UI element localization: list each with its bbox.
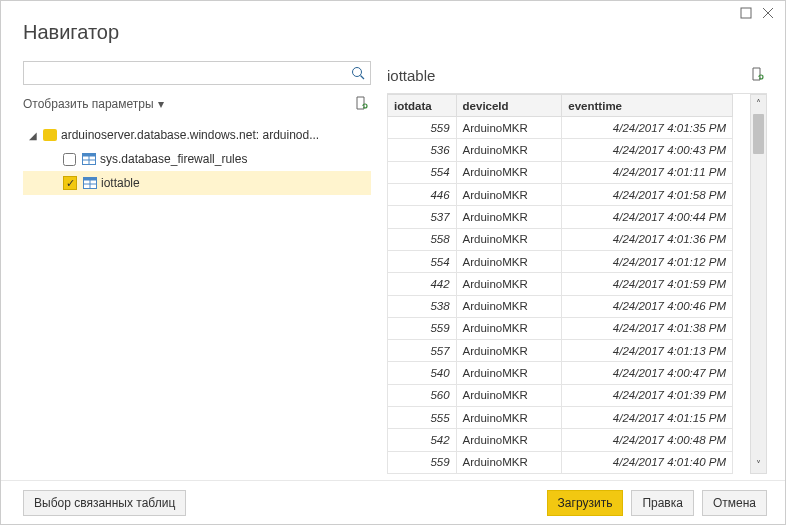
cell-eventtime: 4/24/2017 4:01:36 PM <box>562 228 733 250</box>
cell-deviceid: ArduinoMKR <box>456 161 562 183</box>
table-row[interactable]: 560ArduinoMKR4/24/2017 4:01:39 PM <box>388 384 733 406</box>
cell-deviceid: ArduinoMKR <box>456 228 562 250</box>
scroll-up-icon[interactable]: ˄ <box>751 95 766 112</box>
navigator-window: Навигатор Отобразить параметры ▾ ◢ <box>0 0 786 525</box>
cell-eventtime: 4/24/2017 4:01:11 PM <box>562 161 733 183</box>
cell-eventtime: 4/24/2017 4:00:48 PM <box>562 429 733 451</box>
table-row[interactable]: 540ArduinoMKR4/24/2017 4:00:47 PM <box>388 362 733 384</box>
select-related-button[interactable]: Выбор связанных таблиц <box>23 490 186 516</box>
cell-deviceid: ArduinoMKR <box>456 340 562 362</box>
cell-eventtime: 4/24/2017 4:01:39 PM <box>562 384 733 406</box>
scrollbar-track[interactable] <box>751 112 766 456</box>
cell-deviceid: ArduinoMKR <box>456 384 562 406</box>
table-row[interactable]: 557ArduinoMKR4/24/2017 4:01:13 PM <box>388 340 733 362</box>
checkbox-iottable[interactable]: ✓ <box>63 176 77 190</box>
cell-deviceid: ArduinoMKR <box>456 117 562 139</box>
main-area: Отобразить параметры ▾ ◢ arduinoserver.d… <box>1 55 785 480</box>
titlebar <box>1 1 785 21</box>
col-header[interactable]: eventtime <box>562 95 733 117</box>
tree-node-firewall[interactable]: sys.database_firewall_rules <box>23 147 371 171</box>
table-icon <box>83 177 97 189</box>
table-row[interactable]: 554ArduinoMKR4/24/2017 4:01:11 PM <box>388 161 733 183</box>
preview-title: iottable <box>387 67 435 84</box>
chevron-down-icon: ▾ <box>158 97 164 111</box>
table-row[interactable]: 555ArduinoMKR4/24/2017 4:01:15 PM <box>388 407 733 429</box>
cell-iotdata: 446 <box>388 183 457 205</box>
cell-iotdata: 559 <box>388 117 457 139</box>
table-row[interactable]: 558ArduinoMKR4/24/2017 4:01:36 PM <box>388 228 733 250</box>
search-input[interactable] <box>24 64 346 82</box>
cell-eventtime: 4/24/2017 4:00:47 PM <box>562 362 733 384</box>
display-options[interactable]: Отобразить параметры ▾ <box>23 93 371 115</box>
table-row[interactable]: 537ArduinoMKR4/24/2017 4:00:44 PM <box>388 206 733 228</box>
cell-eventtime: 4/24/2017 4:01:59 PM <box>562 273 733 295</box>
cell-eventtime: 4/24/2017 4:01:35 PM <box>562 117 733 139</box>
refresh-preview-button[interactable] <box>749 66 767 84</box>
close-button[interactable] <box>759 5 777 21</box>
search-icon[interactable] <box>346 62 370 84</box>
tree-node-iottable[interactable]: ✓ iottable <box>23 171 371 195</box>
scrollbar-thumb[interactable] <box>753 114 764 154</box>
table-row[interactable]: 538ArduinoMKR4/24/2017 4:00:46 PM <box>388 295 733 317</box>
tree-root-node[interactable]: ◢ arduinoserver.database.windows.net: ar… <box>23 123 371 147</box>
tree-root-label: arduinoserver.database.windows.net: ardu… <box>61 128 319 142</box>
cell-iotdata: 560 <box>388 384 457 406</box>
tree-node-label: sys.database_firewall_rules <box>100 152 247 166</box>
cell-iotdata: 559 <box>388 451 457 473</box>
cancel-button[interactable]: Отмена <box>702 490 767 516</box>
preview-table: iotdata deviceId eventtime 559ArduinoMKR… <box>387 94 733 474</box>
cell-iotdata: 558 <box>388 228 457 250</box>
svg-rect-0 <box>741 8 751 18</box>
preview-scroll: iotdata deviceId eventtime 559ArduinoMKR… <box>387 93 767 474</box>
cell-deviceid: ArduinoMKR <box>456 206 562 228</box>
table-icon <box>82 153 96 165</box>
table-row[interactable]: 536ArduinoMKR4/24/2017 4:00:43 PM <box>388 139 733 161</box>
cell-eventtime: 4/24/2017 4:01:13 PM <box>562 340 733 362</box>
table-header-row: iotdata deviceId eventtime <box>388 95 733 117</box>
cell-deviceid: ArduinoMKR <box>456 451 562 473</box>
cell-deviceid: ArduinoMKR <box>456 317 562 339</box>
nav-tree: ◢ arduinoserver.database.windows.net: ar… <box>23 123 371 195</box>
cell-deviceid: ArduinoMKR <box>456 407 562 429</box>
close-icon <box>762 7 774 19</box>
cell-eventtime: 4/24/2017 4:01:40 PM <box>562 451 733 473</box>
refresh-tree-button[interactable] <box>353 95 371 113</box>
col-header[interactable]: iotdata <box>388 95 457 117</box>
checkbox-firewall[interactable] <box>63 153 76 166</box>
cell-deviceid: ArduinoMKR <box>456 362 562 384</box>
cell-iotdata: 554 <box>388 250 457 272</box>
load-button[interactable]: Загрузить <box>547 490 624 516</box>
table-row[interactable]: 554ArduinoMKR4/24/2017 4:01:12 PM <box>388 250 733 272</box>
cell-deviceid: ArduinoMKR <box>456 183 562 205</box>
vertical-scrollbar[interactable]: ˄ ˅ <box>750 94 767 474</box>
cell-deviceid: ArduinoMKR <box>456 295 562 317</box>
cell-eventtime: 4/24/2017 4:01:12 PM <box>562 250 733 272</box>
table-row[interactable]: 559ArduinoMKR4/24/2017 4:01:35 PM <box>388 117 733 139</box>
cell-iotdata: 542 <box>388 429 457 451</box>
right-pane: iottable iotdata deviceId eventtime 55 <box>381 55 785 480</box>
table-row[interactable]: 542ArduinoMKR4/24/2017 4:00:48 PM <box>388 429 733 451</box>
cell-deviceid: ArduinoMKR <box>456 429 562 451</box>
collapse-icon[interactable]: ◢ <box>27 130 39 141</box>
cell-eventtime: 4/24/2017 4:01:38 PM <box>562 317 733 339</box>
col-header[interactable]: deviceId <box>456 95 562 117</box>
scroll-down-icon[interactable]: ˅ <box>751 456 766 473</box>
cell-iotdata: 555 <box>388 407 457 429</box>
cell-iotdata: 540 <box>388 362 457 384</box>
table-row[interactable]: 559ArduinoMKR4/24/2017 4:01:40 PM <box>388 451 733 473</box>
cell-eventtime: 4/24/2017 4:01:58 PM <box>562 183 733 205</box>
edit-button[interactable]: Правка <box>631 490 694 516</box>
search-box[interactable] <box>23 61 371 85</box>
table-row[interactable]: 559ArduinoMKR4/24/2017 4:01:38 PM <box>388 317 733 339</box>
svg-line-4 <box>361 76 365 80</box>
table-row[interactable]: 446ArduinoMKR4/24/2017 4:01:58 PM <box>388 183 733 205</box>
maximize-icon <box>740 7 752 19</box>
footer: Выбор связанных таблиц Загрузить Правка … <box>1 480 785 524</box>
header-row: Навигатор <box>1 21 785 55</box>
maximize-button[interactable] <box>737 5 755 21</box>
table-row[interactable]: 442ArduinoMKR4/24/2017 4:01:59 PM <box>388 273 733 295</box>
database-icon <box>43 129 57 141</box>
tree-node-label: iottable <box>101 176 140 190</box>
cell-iotdata: 442 <box>388 273 457 295</box>
cell-iotdata: 536 <box>388 139 457 161</box>
